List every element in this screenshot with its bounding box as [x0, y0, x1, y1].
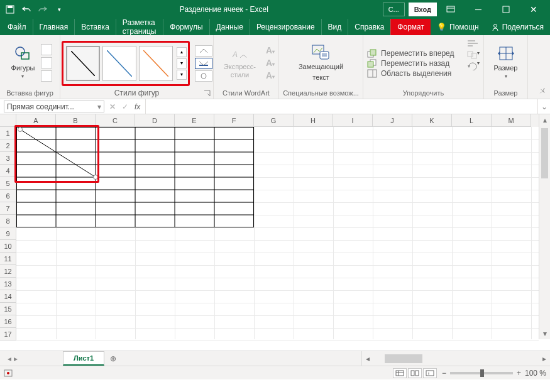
shape-handle-end[interactable]: [93, 175, 98, 180]
send-backward-button[interactable]: Переместить назад▾: [367, 59, 480, 68]
row-header[interactable]: 14: [0, 290, 16, 303]
shape-fill-button[interactable]: [195, 45, 212, 57]
qat-customize[interactable]: ▾: [52, 2, 67, 17]
tab-data[interactable]: Данные: [209, 19, 250, 35]
row-header[interactable]: 2: [0, 139, 16, 152]
col-header[interactable]: G: [254, 114, 294, 127]
sheet-nav[interactable]: ◂ ▸: [0, 351, 25, 366]
scroll-up-icon[interactable]: ▴: [539, 114, 550, 126]
col-header[interactable]: B: [56, 114, 96, 127]
col-header[interactable]: M: [492, 114, 531, 127]
size-button[interactable]: Размер ▾: [490, 44, 522, 81]
tab-review[interactable]: Рецензирование: [250, 19, 321, 35]
select-all-cells[interactable]: [0, 114, 16, 127]
col-header[interactable]: H: [294, 114, 333, 127]
col-header[interactable]: D: [135, 114, 175, 127]
view-page-break[interactable]: [423, 368, 437, 378]
row-header[interactable]: 3: [0, 152, 16, 165]
enter-formula-icon[interactable]: ✓: [122, 102, 128, 111]
shape-handle-start[interactable]: [18, 127, 23, 132]
tab-help[interactable]: Справка: [348, 19, 390, 35]
record-macro-icon[interactable]: [4, 369, 13, 377]
row-header[interactable]: 7: [0, 202, 16, 215]
row-header[interactable]: 16: [0, 315, 16, 328]
bring-forward-button[interactable]: Переместить вперед▾: [367, 49, 480, 58]
new-sheet-button[interactable]: ⊕: [104, 351, 122, 366]
drawing-tools-context[interactable]: С...: [383, 3, 405, 16]
alt-text-button[interactable]: Замещающий текст: [295, 43, 347, 82]
tab-layout[interactable]: Разметка страницы: [116, 19, 163, 35]
ribbon-display-options[interactable]: [437, 0, 465, 19]
col-header[interactable]: J: [373, 114, 412, 127]
row-header[interactable]: 11: [0, 253, 16, 265]
col-header[interactable]: I: [333, 114, 373, 127]
tab-view[interactable]: Вид: [321, 19, 348, 35]
sign-in-button[interactable]: Вход: [409, 3, 437, 16]
style-preset-2[interactable]: [102, 46, 136, 81]
vertical-scrollbar[interactable]: ▴ ▾: [539, 114, 550, 339]
shape-effects-button[interactable]: [195, 70, 212, 82]
row-header[interactable]: 13: [0, 278, 16, 290]
row-header[interactable]: 6: [0, 190, 16, 202]
row-header[interactable]: 8: [0, 215, 16, 227]
shape-outline-button[interactable]: [195, 58, 212, 69]
row-header[interactable]: 5: [0, 177, 16, 190]
col-header[interactable]: L: [452, 114, 492, 127]
zoom-knob[interactable]: [480, 369, 484, 377]
tab-format[interactable]: Формат: [390, 19, 431, 35]
hscroll-thumb[interactable]: [385, 354, 422, 363]
qat-undo[interactable]: [19, 2, 34, 17]
gallery-scroll-up[interactable]: ▴: [177, 47, 187, 57]
shape-style-gallery[interactable]: ▴ ▾ ▾: [62, 41, 190, 86]
column-headers[interactable]: ABCDEFGHIJKLM: [16, 114, 539, 127]
window-close[interactable]: ✕: [520, 0, 547, 19]
row-header[interactable]: 17: [0, 328, 16, 340]
scroll-right-icon[interactable]: ▸: [539, 354, 550, 363]
horizontal-scrollbar[interactable]: ◂ ▸: [361, 351, 550, 366]
recent-shapes[interactable]: [41, 44, 52, 82]
shapes-button[interactable]: Фигуры ▾: [8, 44, 39, 81]
rotate-button[interactable]: [466, 62, 479, 70]
col-header[interactable]: C: [96, 114, 135, 127]
zoom-out[interactable]: −: [442, 369, 446, 378]
name-box[interactable]: Прямая соединит... ▾: [4, 101, 104, 112]
row-header[interactable]: 15: [0, 303, 16, 315]
view-page-layout[interactable]: [408, 368, 422, 378]
cancel-formula-icon[interactable]: ✕: [109, 102, 116, 111]
cells-area[interactable]: [16, 127, 539, 339]
view-normal[interactable]: [393, 368, 407, 378]
tab-formulas[interactable]: Формулы: [163, 19, 209, 35]
scroll-down-icon[interactable]: ▾: [539, 328, 550, 339]
zoom-slider[interactable]: [450, 372, 513, 374]
formula-bar[interactable]: [145, 99, 537, 114]
tab-insert[interactable]: Вставка: [74, 19, 116, 35]
style-preset-1[interactable]: [66, 46, 100, 81]
style-preset-3[interactable]: [139, 46, 173, 81]
row-header[interactable]: 1: [0, 127, 16, 139]
col-header[interactable]: A: [16, 114, 56, 127]
share-button[interactable]: Поделиться: [485, 19, 550, 35]
zoom-in[interactable]: +: [517, 369, 521, 378]
row-headers[interactable]: 1234567891011121314151617: [0, 127, 16, 340]
expand-formula-bar[interactable]: ⌄: [537, 99, 550, 114]
gallery-more-button[interactable]: ▾: [177, 70, 187, 80]
row-header[interactable]: 10: [0, 240, 16, 253]
align-button[interactable]: [466, 39, 479, 48]
row-header[interactable]: 4: [0, 165, 16, 177]
window-minimize[interactable]: ─: [465, 0, 492, 19]
dialog-launcher-icon[interactable]: [204, 90, 211, 97]
row-header[interactable]: 9: [0, 227, 16, 240]
qat-redo[interactable]: [35, 2, 50, 17]
selection-pane-button[interactable]: Область выделения: [367, 69, 480, 78]
sheet-tab-active[interactable]: Лист1: [63, 351, 104, 366]
name-box-dropdown-icon[interactable]: ▾: [97, 102, 101, 111]
tell-me[interactable]: 💡 Помощн: [431, 19, 485, 35]
gallery-scroll-down[interactable]: ▾: [177, 58, 187, 68]
collapse-ribbon[interactable]: ㄨ: [539, 85, 546, 96]
diagonal-line-shape[interactable]: [19, 128, 97, 178]
col-header[interactable]: F: [214, 114, 254, 127]
row-header[interactable]: 12: [0, 265, 16, 278]
zoom-value[interactable]: 100 %: [525, 369, 546, 378]
fx-icon[interactable]: fx: [135, 102, 140, 111]
scroll-left-icon[interactable]: ◂: [362, 354, 373, 363]
